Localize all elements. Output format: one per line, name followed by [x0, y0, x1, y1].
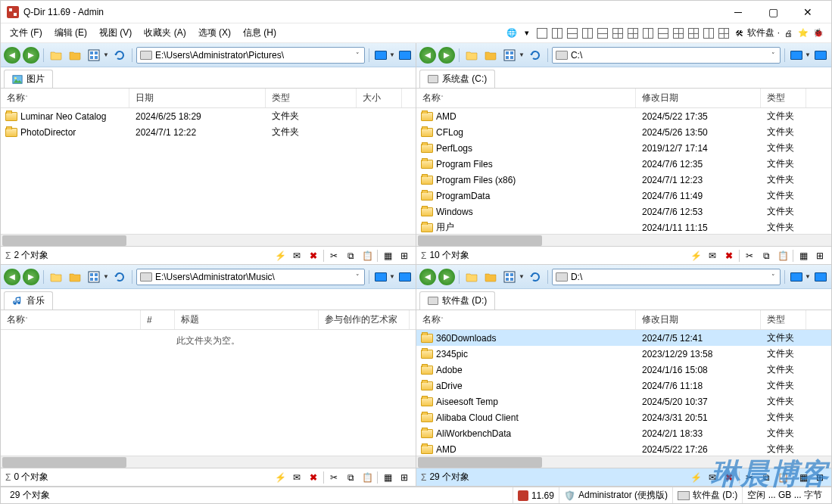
view-mode-button[interactable]: [86, 47, 102, 64]
menu-view[interactable]: 视图 (V): [93, 24, 138, 42]
folder-open-icon[interactable]: [67, 47, 83, 64]
mail-icon[interactable]: ✉: [290, 471, 304, 484]
bug-icon[interactable]: 🐞: [812, 26, 825, 40]
column-header[interactable]: 修改日期: [636, 310, 761, 329]
column-header[interactable]: 标题: [175, 310, 319, 329]
refresh-button[interactable]: [527, 47, 544, 64]
file-row[interactable]: PhotoDirector2024/7/1 12:22文件夹: [1, 124, 416, 140]
pane-tab[interactable]: 系统盘 (C:): [419, 70, 495, 88]
scroll-h[interactable]: [1, 234, 416, 246]
delete-icon[interactable]: ✖: [307, 249, 320, 263]
monitor-dropdown[interactable]: ▼: [389, 51, 395, 58]
copy-icon[interactable]: ⧉: [759, 471, 773, 484]
path-input[interactable]: C:\˅: [552, 47, 781, 64]
flash-icon[interactable]: ⚡: [689, 471, 703, 484]
layout-h-icon[interactable]: [687, 26, 700, 40]
grid-icon[interactable]: ▦: [381, 249, 394, 263]
scroll-h[interactable]: [416, 234, 831, 246]
globe-icon[interactable]: 🌐: [505, 26, 519, 40]
folder-icon[interactable]: [48, 47, 64, 64]
view-mode-button[interactable]: [86, 269, 102, 285]
pane-tab[interactable]: 图片: [4, 70, 53, 88]
scroll-h[interactable]: [416, 456, 831, 468]
copy-icon[interactable]: ⧉: [344, 249, 357, 263]
tree-icon[interactable]: ⊞: [813, 471, 827, 484]
monitor-icon[interactable]: [373, 270, 388, 284]
column-header[interactable]: 名称 ˄: [1, 89, 129, 107]
grid-icon[interactable]: ▦: [796, 249, 810, 263]
tree-icon[interactable]: ⊞: [397, 471, 411, 484]
monitor-dropdown[interactable]: ▼: [389, 273, 395, 280]
file-row[interactable]: Alibaba Cloud Client2024/3/31 20:51文件夹: [416, 409, 831, 425]
scroll-h[interactable]: [1, 456, 416, 468]
tree-icon[interactable]: ⊞: [813, 249, 827, 263]
path-dropdown[interactable]: ˅: [770, 51, 777, 59]
cut-icon[interactable]: ✂: [327, 249, 341, 263]
flash-icon[interactable]: ⚡: [689, 249, 703, 263]
minimize-button[interactable]: ─: [721, 1, 756, 23]
menu-file[interactable]: 文件 (F): [4, 24, 48, 42]
folder-icon[interactable]: [463, 269, 480, 285]
path-input[interactable]: E:\Users\Administrator\Pictures\˅: [136, 47, 365, 64]
delete-icon[interactable]: ✖: [307, 471, 320, 484]
grid-icon[interactable]: ▦: [381, 471, 394, 484]
column-header[interactable]: #: [141, 310, 175, 329]
file-row[interactable]: AMD2024/5/22 17:26文件夹: [416, 441, 831, 456]
monitor2-icon[interactable]: [397, 48, 413, 62]
paste-icon[interactable]: 📋: [776, 471, 790, 484]
paste-icon[interactable]: 📋: [776, 249, 790, 263]
copy-icon[interactable]: ⧉: [759, 249, 773, 263]
star-icon[interactable]: ⭐: [796, 26, 810, 40]
folder-open-icon[interactable]: [482, 269, 499, 285]
paste-icon[interactable]: 📋: [360, 471, 374, 484]
back-button[interactable]: ◄: [4, 47, 20, 64]
monitor-icon[interactable]: [373, 48, 388, 62]
path-dropdown[interactable]: ˅: [354, 51, 361, 59]
menu-edit[interactable]: 编辑 (E): [48, 24, 93, 42]
menu-info[interactable]: 信息 (H): [237, 24, 282, 42]
monitor2-icon[interactable]: [813, 48, 828, 62]
mail-icon[interactable]: ✉: [706, 471, 719, 484]
refresh-button[interactable]: [111, 47, 128, 64]
refresh-button[interactable]: [527, 269, 544, 285]
column-header[interactable]: 大小: [357, 89, 402, 107]
menu-favorites[interactable]: 收藏夹 (A): [138, 24, 192, 42]
view-dropdown[interactable]: ▼: [519, 273, 525, 280]
cut-icon[interactable]: ✂: [327, 471, 341, 484]
file-row[interactable]: AMD2024/5/22 17:35文件夹: [416, 108, 831, 124]
pane-tab[interactable]: 音乐: [4, 291, 53, 310]
tree-icon[interactable]: ⊞: [397, 249, 411, 263]
forward-button[interactable]: ►: [23, 47, 39, 64]
monitor2-icon[interactable]: [813, 270, 828, 284]
mail-icon[interactable]: ✉: [706, 249, 719, 263]
file-row[interactable]: Program Files (x86)2024/7/1 12:23文件夹: [416, 172, 831, 188]
file-row[interactable]: AliWorkbenchData2024/2/1 18:33文件夹: [416, 425, 831, 441]
folder-icon[interactable]: [463, 47, 480, 64]
dropdown-icon[interactable]: ▾: [520, 26, 534, 40]
monitor-icon[interactable]: [789, 48, 804, 62]
cut-icon[interactable]: ✂: [743, 471, 756, 484]
view-mode-button[interactable]: [501, 269, 518, 285]
path-input[interactable]: D:\˅: [552, 269, 781, 285]
file-row[interactable]: 2345pic2023/12/29 13:58文件夹: [416, 346, 831, 362]
monitor-dropdown[interactable]: ▼: [805, 51, 811, 58]
back-button[interactable]: ◄: [419, 47, 436, 64]
view-dropdown[interactable]: ▼: [103, 273, 109, 280]
delete-icon[interactable]: ✖: [722, 471, 736, 484]
file-row[interactable]: aDrive2024/7/6 11:18文件夹: [416, 378, 831, 394]
file-row[interactable]: Program Files2024/7/6 12:35文件夹: [416, 156, 831, 172]
pane-tab[interactable]: 软件盘 (D:): [419, 291, 495, 310]
layout-c-icon[interactable]: [611, 26, 625, 40]
column-header[interactable]: 类型: [761, 89, 806, 107]
view-mode-button[interactable]: [501, 47, 518, 64]
cut-icon[interactable]: ✂: [743, 249, 756, 263]
file-row[interactable]: Luminar Neo Catalog2024/6/25 18:29文件夹: [1, 108, 416, 124]
layout-2v-icon[interactable]: [550, 26, 564, 40]
grid-icon[interactable]: ▦: [796, 471, 810, 484]
print-icon[interactable]: 🖨: [781, 26, 795, 40]
paste-icon[interactable]: 📋: [360, 249, 374, 263]
file-row[interactable]: PerfLogs2019/12/7 17:14文件夹: [416, 140, 831, 156]
path-dropdown[interactable]: ˅: [354, 273, 361, 281]
folder-open-icon[interactable]: [482, 47, 499, 64]
file-row[interactable]: 360Downloads2024/7/5 12:41文件夹: [416, 330, 831, 346]
